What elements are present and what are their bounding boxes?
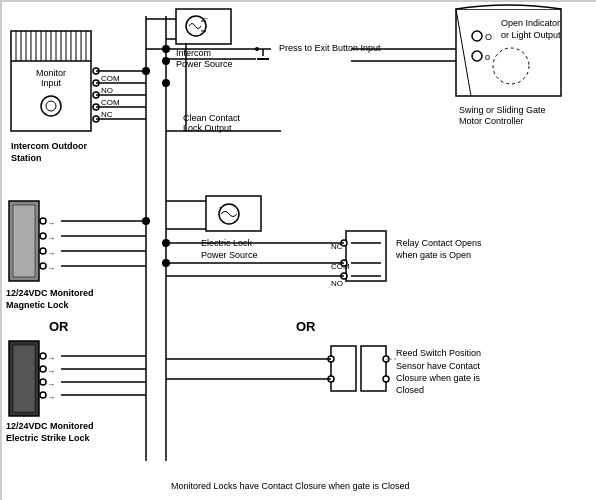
svg-rect-98 (331, 346, 356, 391)
svg-text:→: → (47, 219, 55, 228)
svg-text:Magnetic Lock: Magnetic Lock (6, 300, 70, 310)
svg-point-58 (40, 248, 46, 254)
svg-text:Electric Strike Lock: Electric Strike Lock (6, 433, 91, 443)
svg-text:Intercom Outdoor: Intercom Outdoor (11, 141, 87, 151)
svg-text:Monitor: Monitor (36, 68, 66, 78)
svg-text:NO: NO (101, 86, 113, 95)
svg-point-146 (162, 239, 170, 247)
svg-rect-99 (361, 346, 386, 391)
svg-text:or Light Output: or Light Output (501, 30, 561, 40)
svg-text:12/24VDC Monitored: 12/24VDC Monitored (6, 288, 94, 298)
svg-text:Reed Switch Position: Reed Switch Position (396, 348, 481, 358)
svg-text:NO: NO (331, 279, 343, 288)
svg-point-21 (46, 101, 56, 111)
svg-text:Sensor have Contact: Sensor have Contact (396, 361, 481, 371)
svg-text:OR: OR (49, 319, 69, 334)
svg-point-122 (162, 45, 170, 53)
svg-point-143 (142, 67, 150, 75)
svg-text:Clean Contact: Clean Contact (183, 113, 241, 123)
svg-point-56 (40, 218, 46, 224)
svg-point-147 (162, 259, 170, 267)
svg-text:O: O (485, 32, 492, 42)
svg-text:Station: Station (11, 153, 42, 163)
svg-text:→: → (47, 367, 55, 376)
svg-text:~: ~ (203, 14, 208, 23)
svg-text:Closed: Closed (396, 385, 424, 395)
svg-rect-68 (13, 345, 35, 412)
svg-text:Press to Exit Button Input: Press to Exit Button Input (279, 43, 381, 53)
svg-point-144 (162, 79, 170, 87)
svg-text:Lock Output: Lock Output (183, 123, 232, 133)
svg-text:Power Source: Power Source (176, 59, 233, 69)
svg-text:→: → (47, 234, 55, 243)
svg-text:Open Indicator: Open Indicator (501, 18, 560, 28)
svg-text:COM: COM (101, 74, 120, 83)
svg-text:→: → (47, 380, 55, 389)
svg-text:Input: Input (41, 78, 62, 88)
svg-point-103 (383, 376, 389, 382)
svg-text:NC: NC (101, 110, 113, 119)
svg-point-45 (493, 48, 529, 84)
svg-text:Monitored Locks have Contact C: Monitored Locks have Contact Closure whe… (171, 481, 410, 491)
svg-point-57 (40, 233, 46, 239)
svg-rect-85 (346, 231, 386, 281)
wiring-diagram: Monitor Input COM NO COM NC Intercom Out… (0, 0, 596, 500)
svg-point-145 (142, 217, 150, 225)
svg-text:when gate is Open: when gate is Open (395, 250, 471, 260)
svg-point-69 (40, 353, 46, 359)
svg-text:Motor Controller: Motor Controller (459, 116, 524, 126)
svg-text:Power Source: Power Source (201, 250, 258, 260)
svg-rect-55 (13, 205, 35, 277)
svg-text:→: → (47, 264, 55, 273)
svg-text:OR: OR (296, 319, 316, 334)
svg-point-46 (472, 31, 482, 41)
svg-text:→: → (47, 354, 55, 363)
svg-text:Relay Contact Opens: Relay Contact Opens (396, 238, 482, 248)
svg-point-59 (40, 263, 46, 269)
svg-text:Closure when gate is: Closure when gate is (396, 373, 481, 383)
svg-text:12/24VDC Monitored: 12/24VDC Monitored (6, 421, 94, 431)
svg-point-70 (40, 366, 46, 372)
svg-text:Swing or Sliding Gate: Swing or Sliding Gate (459, 105, 546, 115)
svg-text:→: → (47, 393, 55, 402)
svg-text:o: o (485, 52, 490, 62)
svg-text:→: → (47, 249, 55, 258)
svg-point-72 (40, 392, 46, 398)
svg-point-71 (40, 379, 46, 385)
svg-point-123 (162, 57, 170, 65)
svg-text:COM: COM (101, 98, 120, 107)
svg-point-48 (472, 51, 482, 61)
